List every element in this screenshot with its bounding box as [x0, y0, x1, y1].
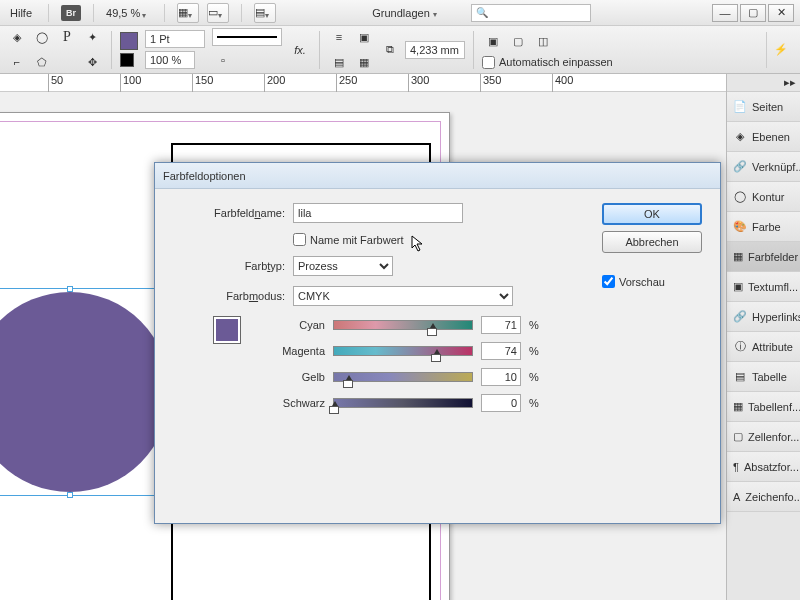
maximize-button[interactable]: ▢ — [740, 4, 766, 22]
panel-label: Attribute — [752, 341, 793, 353]
panel-item-attribute[interactable]: ⓘAttribute — [727, 332, 800, 362]
tool-corner[interactable]: ⌐ — [6, 51, 28, 73]
textwrap-skip[interactable]: ▦ — [353, 51, 375, 73]
selection-handle[interactable] — [67, 286, 73, 292]
ruler-tick: 150 — [192, 74, 213, 92]
tool-spacer[interactable] — [56, 51, 78, 73]
fit-content[interactable]: ▣ — [482, 31, 504, 53]
view-options-button[interactable]: ▦ — [177, 3, 199, 23]
chevron-down-icon — [218, 8, 228, 18]
panel-item-seiten[interactable]: 📄Seiten — [727, 92, 800, 122]
stroke-swatch[interactable] — [120, 53, 134, 67]
preview-checkbox[interactable] — [602, 275, 615, 288]
fill-swatch[interactable] — [120, 32, 138, 50]
magenta-slider[interactable] — [333, 346, 473, 356]
colormode-select[interactable]: CMYK — [293, 286, 513, 306]
black-value[interactable] — [481, 394, 521, 412]
panel-label: Zeichenfo... — [745, 491, 800, 503]
panel-icon: ▤ — [733, 370, 747, 384]
yellow-value[interactable] — [481, 368, 521, 386]
textwrap-jump[interactable]: ▤ — [328, 51, 350, 73]
help-menu[interactable]: Hilfe — [6, 5, 36, 21]
bridge-button[interactable]: Br — [61, 5, 81, 21]
fit-prop[interactable]: ◫ — [532, 31, 554, 53]
ok-button[interactable]: OK — [602, 203, 702, 225]
panel-item-farbfelder[interactable]: ▦Farbfelder — [727, 242, 800, 272]
panel-icon: A — [733, 490, 740, 504]
textwrap-none[interactable]: ≡ — [328, 26, 350, 48]
panel-item-absatzfor[interactable]: ¶Absatzfor... — [727, 452, 800, 482]
selection-handle[interactable] — [67, 492, 73, 498]
panel-icon: ▦ — [733, 400, 743, 414]
panel-item-farbe[interactable]: 🎨Farbe — [727, 212, 800, 242]
cyan-value[interactable] — [481, 316, 521, 334]
arrange-button[interactable]: ▤ — [254, 3, 276, 23]
panel-icon: ¶ — [733, 460, 739, 474]
fit-frame[interactable]: ▢ — [507, 31, 529, 53]
stroke-style[interactable] — [212, 28, 282, 46]
tool-type[interactable]: P — [56, 26, 78, 48]
panel-item-zellenfor[interactable]: ▢Zellenfor... — [727, 422, 800, 452]
panel-label: Seiten — [752, 101, 783, 113]
panel-item-tabellenf[interactable]: ▦Tabellenf... — [727, 392, 800, 422]
ruler-tick: 350 — [480, 74, 501, 92]
control-toolbar: ◈ ◯ P ✦ ⌐ ⬠ ✥ 1 Pt 100 % ▫ fx. ≡▣ ▤▦ ⧉ 4… — [0, 26, 800, 74]
slider-thumb[interactable] — [431, 354, 441, 362]
effects-button[interactable]: ▫ — [212, 49, 234, 71]
fx-button[interactable]: fx. — [289, 39, 311, 61]
dialog-title: Farbfeldoptionen — [163, 170, 246, 182]
selection-bounds — [0, 288, 174, 496]
textwrap-around[interactable]: ▣ — [353, 26, 375, 48]
panel-label: Farbfelder — [748, 251, 798, 263]
panel-item-kontur[interactable]: ◯Kontur — [727, 182, 800, 212]
tool-anchor[interactable]: ◈ — [6, 26, 28, 48]
cyan-slider[interactable] — [333, 320, 473, 330]
tool-ellipse[interactable]: ◯ — [31, 26, 53, 48]
panel-item-verknpf[interactable]: 🔗Verknüpf... — [727, 152, 800, 182]
maximize-icon: ▢ — [748, 6, 758, 19]
minimize-button[interactable]: — — [712, 4, 738, 22]
panel-collapse[interactable]: ▸▸ — [727, 74, 800, 92]
black-slider-row: Schwarz % — [255, 394, 539, 412]
name-with-value-checkbox[interactable] — [293, 233, 306, 246]
panel-icon: 🎨 — [733, 220, 747, 234]
preview-checkbox-row[interactable]: Vorschau — [602, 275, 702, 288]
opacity-field[interactable]: 100 % — [145, 51, 195, 69]
screen-mode-button[interactable]: ▭ — [207, 3, 229, 23]
slider-thumb[interactable] — [427, 328, 437, 336]
arrange-icon: ▤ — [255, 6, 265, 19]
swatchname-input[interactable] — [293, 203, 463, 223]
colortype-select[interactable]: Prozess — [293, 256, 393, 276]
panel-item-zeichenfo[interactable]: AZeichenfo... — [727, 482, 800, 512]
panel-icon: ⓘ — [733, 340, 747, 354]
panel-item-hyperlinks[interactable]: 🔗Hyperlinks — [727, 302, 800, 332]
tool-anchor2[interactable]: ✥ — [81, 51, 103, 73]
frame-value-field[interactable]: 4,233 mm — [405, 41, 465, 59]
close-button[interactable]: ✕ — [768, 4, 794, 22]
cyan-slider-row: Cyan % — [255, 316, 539, 334]
panel-item-tabelle[interactable]: ▤Tabelle — [727, 362, 800, 392]
zoom-dropdown[interactable]: 49,5 % — [106, 7, 152, 19]
stroke-weight-field[interactable]: 1 Pt — [145, 30, 205, 48]
search-input[interactable]: 🔍 — [471, 4, 591, 22]
magenta-label: Magenta — [255, 345, 325, 357]
panel-icon: 📄 — [733, 100, 747, 114]
quick-apply-button[interactable]: ⚡ — [766, 32, 794, 68]
slider-thumb[interactable] — [329, 406, 339, 414]
black-slider[interactable] — [333, 398, 473, 408]
panel-label: Tabelle — [752, 371, 787, 383]
panel-icon: 🔗 — [733, 160, 747, 174]
dialog-titlebar[interactable]: Farbfeldoptionen — [155, 163, 720, 189]
autofit-label: Automatisch einpassen — [499, 56, 613, 68]
autofit-checkbox[interactable] — [482, 56, 495, 69]
workspace-switcher[interactable]: Grundlagen — [372, 7, 443, 19]
slider-thumb[interactable] — [343, 380, 353, 388]
tool-polygon[interactable]: ⬠ — [31, 51, 53, 73]
minimize-icon: — — [720, 7, 731, 19]
panel-item-ebenen[interactable]: ◈Ebenen — [727, 122, 800, 152]
tool-star[interactable]: ✦ — [81, 26, 103, 48]
frame-crop[interactable]: ⧉ — [379, 39, 401, 61]
magenta-value[interactable] — [481, 342, 521, 360]
panel-item-textumfl[interactable]: ▣Textumfl... — [727, 272, 800, 302]
yellow-slider[interactable] — [333, 372, 473, 382]
